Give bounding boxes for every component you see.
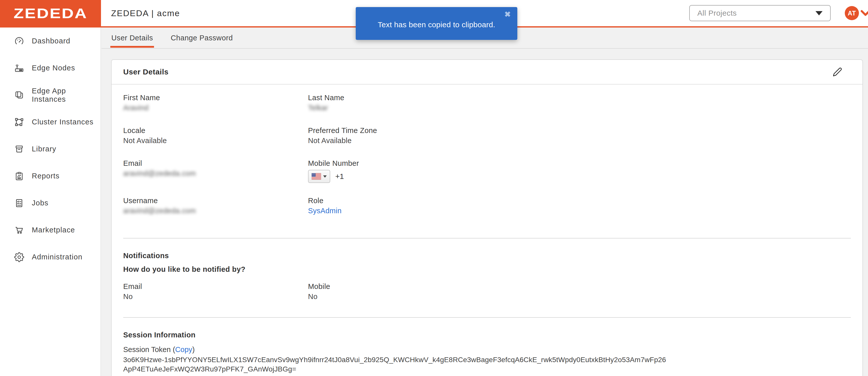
user-details-card: User Details First Name Aravind Last Nam… (111, 59, 863, 376)
page-title: ZEDEDA | acme (111, 8, 180, 18)
sidebar-item-jobs[interactable]: Jobs (0, 189, 100, 217)
country-flag-selector[interactable] (308, 170, 330, 183)
field-value: Telkar (308, 103, 851, 113)
sidebar-item-reports[interactable]: Reports (0, 162, 100, 189)
user-menu[interactable]: AT (845, 6, 868, 20)
field-label: Role (308, 195, 851, 206)
avatar-initials: AT (848, 9, 856, 17)
field-label: Mobile Number (308, 158, 851, 168)
toast-notification: Text has been copied to clipboard. ✖ (356, 7, 517, 40)
jobs-icon (14, 198, 24, 208)
field-label: Locale (123, 125, 308, 135)
tab-user-details[interactable]: User Details (111, 28, 154, 48)
notifications-title: Notifications (123, 250, 851, 261)
field-notify-email: Email No (123, 281, 308, 302)
user-fields: First Name Aravind Last Name Telkar Loca… (123, 93, 851, 228)
notifications-question: How do you like to be notified by? (123, 264, 851, 275)
field-value: Not Available (308, 135, 851, 146)
field-label: Email (123, 158, 308, 168)
field-label: Email (123, 281, 308, 291)
sidebar-item-label: Reports (32, 172, 60, 180)
field-value: Not Available (123, 135, 308, 146)
field-value: No (308, 291, 851, 302)
sidebar-item-library[interactable]: Library (0, 135, 100, 162)
cart-icon (14, 225, 24, 235)
sidebar-item-marketplace[interactable]: Marketplace (0, 217, 100, 244)
chevron-down-icon (861, 10, 868, 17)
us-flag-icon (312, 173, 321, 180)
main-content: User Details Change Password User Detail… (101, 28, 868, 376)
field-label: First Name (123, 93, 308, 103)
sidebar-item-label: Marketplace (32, 226, 75, 234)
session-token-label: Session Token (Copy) (123, 344, 851, 354)
sidebar-item-edge-nodes[interactable]: Edge Nodes (0, 55, 100, 82)
sidebar-item-label: Edge App Instances (32, 87, 100, 103)
field-value: Aravind (123, 103, 308, 113)
country-code: +1 (335, 172, 344, 181)
field-preferred-time-zone: Preferred Time Zone Not Available (308, 125, 851, 146)
zededa-logo-text: ZEDEDA (13, 5, 88, 22)
card-header: User Details (112, 60, 863, 85)
field-first-name: First Name Aravind (123, 93, 308, 113)
sidebar-item-label: Dashboard (32, 37, 70, 45)
reports-icon (14, 171, 24, 181)
sidebar-item-dashboard[interactable]: Dashboard (0, 28, 100, 55)
field-value: aravind@zededa.com (123, 168, 308, 179)
card-body: First Name Aravind Last Name Telkar Loca… (112, 85, 863, 374)
gear-icon (14, 252, 24, 262)
toast-message: Text has been copied to clipboard. (378, 21, 495, 29)
sidebar-item-administration[interactable]: Administration (0, 244, 100, 271)
field-label: Username (123, 195, 308, 206)
notification-fields: Email No Mobile No (123, 281, 851, 314)
edge-node-icon (14, 63, 24, 73)
sidebar-item-label: Administration (32, 253, 83, 261)
field-notify-mobile: Mobile No (308, 281, 851, 302)
sidebar-item-cluster-instances[interactable]: Cluster Instances (0, 108, 100, 135)
flag-caret-icon (323, 176, 327, 178)
cluster-icon (14, 117, 24, 127)
field-locale: Locale Not Available (123, 125, 308, 146)
field-label: Preferred Time Zone (308, 125, 851, 135)
session-token-label-prefix: Session Token ( (123, 345, 175, 353)
sidebar-item-label: Cluster Instances (32, 118, 93, 126)
copy-link[interactable]: Copy (175, 345, 192, 353)
sidebar-item-edge-app-instances[interactable]: Edge App Instances (0, 82, 100, 108)
project-selector-value: All Projects (697, 9, 815, 18)
dropdown-caret-icon (815, 11, 823, 15)
field-username: Username aravind@zededa.com (123, 195, 308, 216)
session-token-label-suffix: ) (192, 345, 195, 353)
sidebar-item-label: Library (32, 145, 56, 153)
sidebar-nav: Dashboard Edge Nodes E (0, 28, 101, 376)
tab-change-password[interactable]: Change Password (170, 28, 233, 48)
project-selector[interactable]: All Projects (689, 5, 831, 21)
section-divider (123, 317, 851, 318)
sidebar-item-label: Jobs (32, 199, 49, 207)
card-title: User Details (123, 68, 168, 76)
gauge-icon (14, 36, 24, 46)
zededa-logo[interactable]: ZEDEDA (0, 0, 101, 26)
section-divider (123, 238, 851, 239)
session-title: Session Information (123, 329, 851, 340)
sidebar-item-label: Edge Nodes (32, 64, 75, 72)
app-instances-icon (14, 90, 24, 100)
toast-close-icon[interactable]: ✖ (504, 10, 511, 18)
edit-pencil-icon[interactable] (833, 67, 842, 77)
field-mobile-number: Mobile Number (308, 158, 851, 183)
session-token-value: 3o6K9Hzwe-1sbPfYYONY5ELfwILX1SW7cEanvSv9… (123, 355, 669, 374)
field-value: No (123, 291, 308, 302)
phone-row: +1 (308, 170, 851, 183)
field-email: Email aravind@zededa.com (123, 158, 308, 183)
avatar: AT (845, 6, 859, 20)
library-icon (14, 144, 24, 154)
field-role: Role SysAdmin (308, 195, 851, 216)
field-last-name: Last Name Telkar (308, 93, 851, 113)
field-label: Last Name (308, 93, 851, 103)
field-value: aravind@zededa.com (123, 206, 308, 216)
field-label: Mobile (308, 281, 851, 291)
role-link[interactable]: SysAdmin (308, 206, 851, 216)
